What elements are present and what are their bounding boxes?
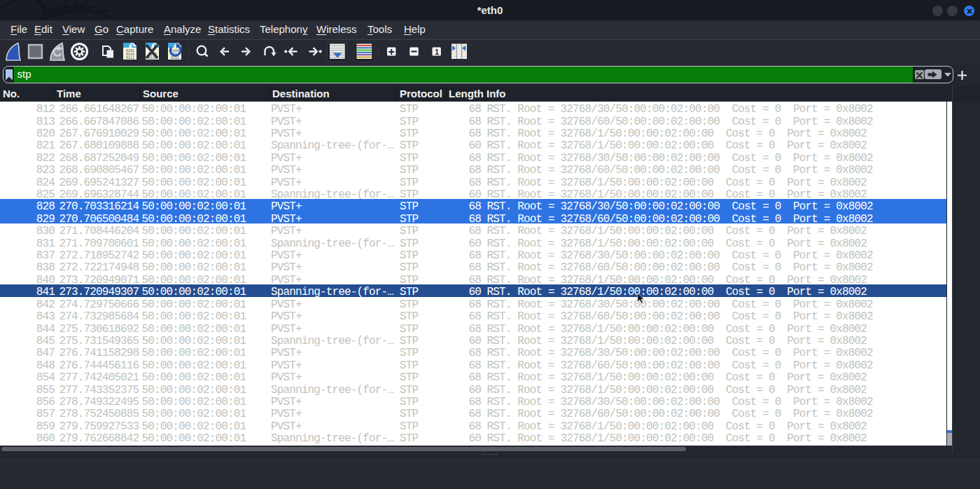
svg-text:1: 1 [435, 48, 439, 56]
svg-text:0111: 0111 [126, 56, 134, 60]
svg-text:0111: 0111 [171, 56, 179, 60]
